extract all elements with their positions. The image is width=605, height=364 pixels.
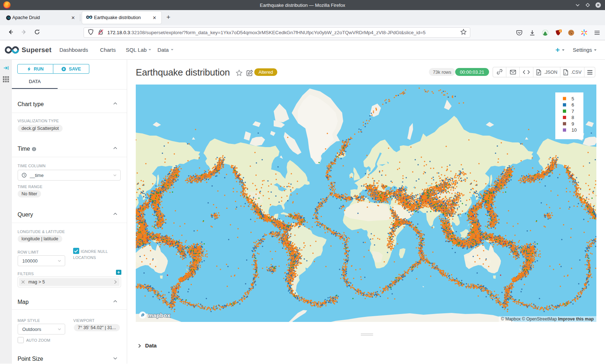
svg-text:8: 8 [572,115,574,120]
svg-text:mapbox: mapbox [148,312,170,318]
svg-text:x: x [565,71,566,74]
svg-text:© Mapbox © OpenStreetMap Impro: © Mapbox © OpenStreetMap Improve this ma… [501,317,594,322]
svg-text:5: 5 [572,96,574,101]
svg-text:6: 6 [572,102,574,108]
svg-text:2: 2 [560,29,561,33]
svg-text:7: 7 [572,109,574,114]
svg-text:9: 9 [572,121,574,127]
svg-text:10: 10 [572,127,577,133]
